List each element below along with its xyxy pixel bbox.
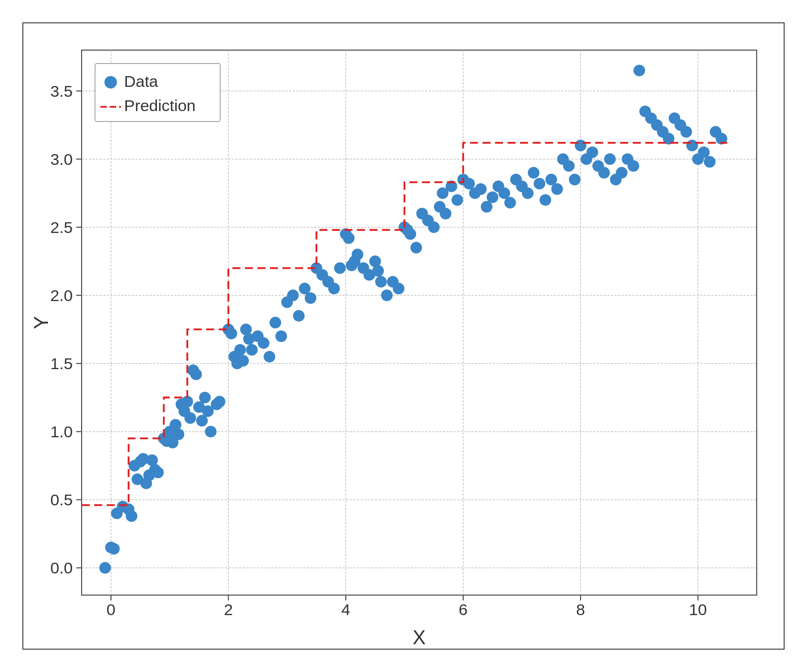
svg-text:1.5: 1.5 — [50, 355, 73, 373]
svg-point-72 — [199, 392, 211, 403]
svg-point-57 — [152, 467, 164, 478]
svg-point-87 — [258, 337, 269, 349]
svg-point-82 — [237, 355, 249, 366]
svg-point-138 — [528, 167, 539, 179]
svg-point-155 — [628, 160, 639, 172]
svg-point-109 — [372, 265, 384, 277]
svg-point-88 — [264, 351, 275, 362]
svg-point-95 — [305, 292, 317, 304]
svg-point-150 — [598, 167, 610, 179]
svg-point-144 — [563, 160, 575, 172]
svg-point-151 — [604, 153, 616, 165]
svg-point-142 — [551, 183, 563, 195]
svg-point-113 — [393, 283, 404, 294]
chart-legend: DataPrediction — [95, 64, 220, 122]
svg-point-78 — [226, 327, 237, 339]
svg-text:0.5: 0.5 — [50, 491, 73, 509]
svg-text:2.5: 2.5 — [50, 219, 73, 237]
svg-text:4: 4 — [341, 601, 350, 619]
svg-point-125 — [451, 194, 463, 206]
svg-point-134 — [504, 197, 516, 208]
svg-point-164 — [681, 126, 692, 138]
svg-point-148 — [586, 146, 598, 158]
svg-text:2.0: 2.0 — [50, 287, 73, 305]
svg-point-81 — [234, 344, 246, 356]
plot-area — [82, 50, 757, 595]
svg-point-102 — [343, 233, 355, 244]
svg-text:2: 2 — [224, 601, 233, 619]
svg-point-153 — [616, 167, 628, 179]
svg-point-42 — [99, 562, 111, 574]
svg-point-93 — [293, 310, 305, 322]
svg-text:8: 8 — [576, 601, 585, 619]
svg-point-105 — [351, 249, 363, 260]
svg-point-129 — [475, 183, 486, 195]
svg-text:6: 6 — [459, 601, 468, 619]
svg-point-111 — [381, 289, 393, 301]
svg-point-67 — [184, 412, 196, 424]
svg-point-63 — [173, 429, 184, 440]
svg-text:3.0: 3.0 — [50, 151, 73, 168]
svg-point-123 — [440, 208, 451, 220]
svg-point-76 — [214, 396, 226, 408]
svg-point-48 — [126, 510, 137, 522]
svg-text:Y: Y — [30, 316, 52, 329]
svg-point-117 — [410, 242, 422, 254]
svg-text:Data: Data — [124, 73, 158, 90]
svg-point-168 — [704, 156, 716, 168]
svg-point-131 — [487, 191, 499, 203]
svg-point-100 — [334, 262, 346, 274]
svg-text:1.0: 1.0 — [50, 423, 73, 441]
svg-point-120 — [428, 221, 440, 233]
svg-point-137 — [522, 187, 534, 199]
svg-point-74 — [205, 426, 217, 437]
svg-point-140 — [539, 194, 551, 206]
svg-point-85 — [246, 344, 258, 356]
svg-text:X: X — [412, 626, 425, 648]
svg-text:10: 10 — [689, 601, 707, 619]
svg-point-146 — [575, 140, 586, 151]
svg-point-69 — [190, 369, 202, 380]
svg-text:0.0: 0.0 — [50, 559, 73, 577]
svg-text:0: 0 — [107, 601, 116, 619]
svg-point-89 — [269, 317, 281, 328]
svg-point-99 — [328, 283, 340, 294]
svg-point-110 — [375, 276, 387, 288]
svg-point-116 — [404, 228, 416, 240]
svg-point-156 — [633, 65, 645, 76]
svg-point-90 — [275, 331, 287, 342]
svg-point-139 — [534, 178, 545, 190]
svg-text:Prediction: Prediction — [124, 97, 196, 115]
svg-point-44 — [108, 543, 120, 555]
svg-point-92 — [287, 289, 299, 301]
svg-point-172 — [104, 76, 117, 89]
svg-point-145 — [569, 174, 581, 185]
svg-text:3.5: 3.5 — [50, 82, 73, 100]
svg-point-165 — [686, 140, 698, 151]
chart-container: 0246810 0.00.51.01.52.02.53.03.5 DataPre… — [22, 22, 785, 650]
